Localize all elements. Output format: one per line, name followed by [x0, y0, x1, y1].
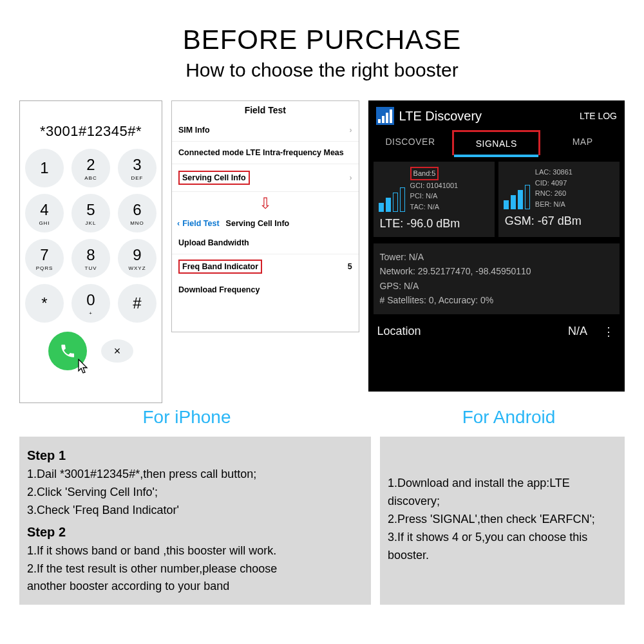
step2-title: Step 2 — [27, 522, 363, 542]
tab-signals[interactable]: SIGNALS — [452, 130, 540, 155]
field-test-title: Field Test — [172, 101, 359, 119]
network-info: Tower: N/A Network: 29.52177470, -98.459… — [374, 243, 620, 314]
download-label: Download Frequency — [178, 285, 260, 294]
delete-button[interactable]: × — [101, 339, 133, 363]
download-freq-row[interactable]: Download Frequency — [172, 279, 359, 301]
iphone-label: For iPhone — [0, 407, 374, 428]
freq-band-value: 5 — [348, 262, 352, 271]
gsm-rnc: RNC: 260 — [535, 189, 566, 197]
ip-s1-l1: 1.Dail *3001#12345#*,then press call but… — [27, 466, 363, 484]
lte-log-label: LTE LOG — [580, 111, 617, 121]
dialer-actions: × — [48, 332, 133, 370]
location-row: Location N/A ⋮ — [368, 317, 625, 346]
android-tabs: DISCOVER SIGNALS MAP — [368, 130, 625, 155]
key-3[interactable]: 3DEF — [118, 149, 156, 187]
android-label: For Android — [374, 407, 644, 428]
location-label: Location — [377, 325, 421, 338]
key-9[interactable]: 9WXYZ — [118, 239, 156, 278]
step1-title: Step 1 — [27, 446, 363, 466]
gps-line: GPS: N/A — [380, 279, 613, 293]
freq-band-label: Freq Band Indicator — [178, 260, 262, 274]
key-0[interactable]: 0+ — [71, 284, 110, 323]
app-title: LTE Discovery — [399, 109, 482, 124]
gsm-dbm: GSM: -67 dBm — [498, 214, 620, 234]
cursor-icon — [78, 359, 91, 374]
back-label[interactable]: Field Test — [182, 219, 219, 228]
android-header: LTE Discovery LTE LOG — [368, 100, 625, 130]
chevron-right-icon: › — [349, 126, 352, 135]
key-2[interactable]: 2ABC — [71, 149, 110, 187]
key-7[interactable]: 7PQRS — [25, 239, 64, 278]
lte-tac: TAC: N/A — [410, 203, 440, 211]
android-steps: 1.Download and install the app:LTE disco… — [380, 437, 625, 605]
an-l3: 3.If it shows 4 or 5,you can choose this… — [388, 529, 617, 565]
page-title: BEFORE PURCHASE — [0, 24, 644, 55]
ip-s1-l2: 2.Click 'Serving Cell Info'; — [27, 484, 363, 502]
sim-info-label: SIM Info — [178, 126, 210, 135]
signal-panels: Band:5 GCI: 01041001 PCI: N/A TAC: N/A L… — [368, 155, 625, 241]
upload-bandwidth-row[interactable]: Upload Bandwidth — [172, 232, 359, 254]
serving-cell-title: Serving Cell Info — [226, 219, 290, 228]
delete-label: × — [114, 345, 121, 358]
serving-cell-label: Serving Cell Info — [178, 171, 250, 185]
gsm-cid: CID: 4097 — [535, 179, 567, 187]
more-icon[interactable]: ⋮ — [603, 325, 616, 339]
page-subtitle: How to choose the right booster — [0, 59, 644, 81]
dialer-keypad: 12ABC3DEF4GHI5JKL6MNO7PQRS8TUV9WXYZ*0+# — [25, 149, 156, 323]
connected-label: Connected mode LTE Intra-frequency Meas — [178, 148, 344, 157]
location-value: N/A — [568, 325, 587, 338]
lte-dbm: LTE: -96.0 dBm — [374, 217, 495, 237]
dialer-display: *3001#12345#* — [25, 123, 156, 140]
phone-icon — [59, 343, 76, 359]
lte-pci: PCI: N/A — [410, 192, 438, 200]
tab-discover[interactable]: DISCOVER — [368, 130, 453, 155]
key-#[interactable]: # — [118, 284, 156, 323]
key-8[interactable]: 8TUV — [71, 239, 110, 278]
serving-cell-subheader: ‹ Field Test Serving Cell Info — [172, 215, 359, 232]
chevron-right-icon: › — [349, 173, 352, 182]
header: BEFORE PURCHASE How to choose the right … — [0, 0, 644, 94]
key-4[interactable]: 4GHI — [25, 194, 64, 232]
connected-mode-row[interactable]: Connected mode LTE Intra-frequency Meas — [172, 142, 359, 164]
call-button[interactable] — [48, 332, 87, 370]
ip-s1-l3: 3.Check 'Freq Band Indicator' — [27, 502, 363, 520]
ip-s2-l3: another booster according to your band — [27, 578, 363, 596]
lte-info: Band:5 GCI: 01041001 PCI: N/A TAC: N/A — [410, 167, 459, 212]
sim-info-row[interactable]: SIM Info › — [172, 119, 359, 142]
serving-cell-row[interactable]: Serving Cell Info › — [172, 164, 359, 192]
network-line: Network: 29.52177470, -98.45950110 — [380, 264, 613, 278]
an-l2: 2.Press 'SIGNAL',then check 'EARFCN'; — [388, 511, 617, 529]
signal-bars-icon — [376, 107, 394, 125]
android-lte-discovery: LTE Discovery LTE LOG DISCOVER SIGNALS M… — [368, 100, 625, 392]
images-row: *3001#12345#* 12ABC3DEF4GHI5JKL6MNO7PQRS… — [0, 94, 644, 403]
tower-line: Tower: N/A — [380, 250, 613, 264]
tab-map[interactable]: MAP — [540, 130, 625, 155]
key-*[interactable]: * — [25, 284, 64, 323]
lte-bars-icon — [379, 167, 405, 212]
iphone-steps: Step 1 1.Dail *3001#12345#*,then press c… — [19, 437, 371, 605]
gsm-lac: LAC: 30861 — [535, 168, 573, 176]
platform-labels: For iPhone For Android — [0, 407, 644, 428]
field-test-card: Field Test SIM Info › Connected mode LTE… — [171, 100, 359, 332]
upload-label: Upload Bandwidth — [178, 238, 249, 247]
gsm-bars-icon — [504, 167, 530, 209]
steps-row: Step 1 1.Dail *3001#12345#*,then press c… — [0, 428, 644, 605]
gsm-ber: BER: N/A — [535, 200, 565, 208]
key-1[interactable]: 1 — [25, 149, 64, 187]
gsm-info: LAC: 30861 CID: 4097 RNC: 260 BER: N/A — [535, 167, 573, 209]
iphone-dialer: *3001#12345#* 12ABC3DEF4GHI5JKL6MNO7PQRS… — [19, 100, 162, 403]
key-6[interactable]: 6MNO — [118, 194, 156, 232]
lte-gci: GCI: 01041001 — [410, 182, 459, 189]
key-5[interactable]: 5JKL — [71, 194, 110, 232]
ip-s2-l2: 2.If the test result is other number,ple… — [27, 560, 363, 578]
ip-s2-l1: 1.If it shows band or band ,this booster… — [27, 542, 363, 560]
satellites-line: # Satellites: 0, Accuracy: 0% — [380, 293, 613, 307]
freq-band-row[interactable]: Freq Band Indicator 5 — [172, 254, 359, 279]
lte-band: Band:5 — [410, 167, 439, 180]
an-l1: 1.Download and install the app:LTE disco… — [388, 475, 617, 511]
back-chevron-icon[interactable]: ‹ — [177, 219, 180, 228]
arrow-down-icon: ⇩ — [172, 192, 359, 215]
